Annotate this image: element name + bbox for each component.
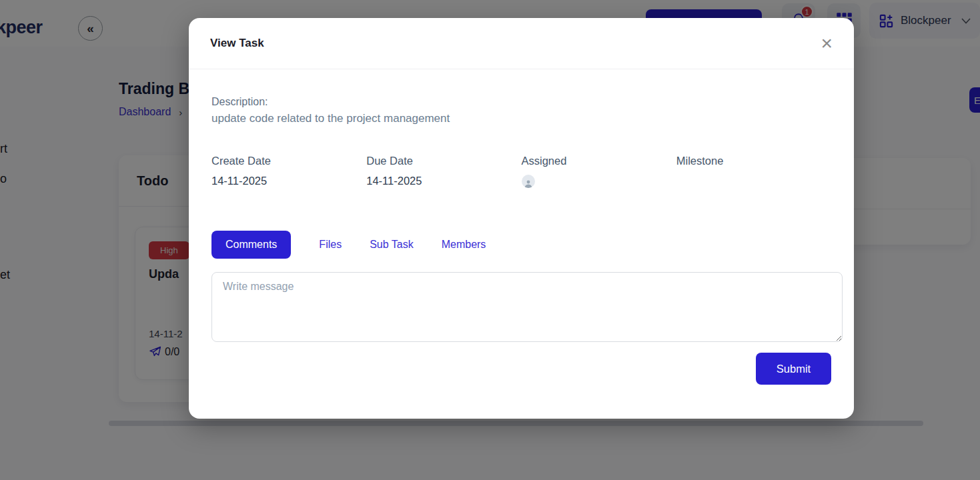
comment-message-input[interactable] (211, 272, 843, 342)
meta-assigned: Assigned (522, 155, 676, 188)
create-date-label: Create Date (211, 155, 366, 167)
create-date-value: 14-11-2025 (211, 175, 366, 188)
tab-files[interactable]: Files (319, 239, 342, 251)
person-icon (524, 179, 533, 188)
modal-header: View Task × (189, 18, 854, 69)
meta-milestone: Milestone (676, 155, 831, 188)
assigned-value (522, 175, 676, 188)
meta-due-date: Due Date 14-11-2025 (366, 155, 521, 188)
close-icon[interactable]: × (821, 37, 833, 50)
modal-tabs: Comments Files Sub Task Members (211, 231, 831, 259)
due-date-label: Due Date (366, 155, 521, 167)
modal-body: Description: update code related to the … (189, 69, 854, 385)
description-label: Description: (211, 96, 831, 108)
task-meta-row: Create Date 14-11-2025 Due Date 14-11-20… (211, 155, 831, 188)
tab-comments[interactable]: Comments (211, 231, 291, 259)
milestone-value (676, 175, 831, 188)
modal-title: View Task (210, 37, 264, 50)
view-task-modal: View Task × Description: update code rel… (189, 18, 854, 419)
tab-sub-task[interactable]: Sub Task (370, 239, 414, 251)
submit-button[interactable]: Submit (756, 353, 831, 385)
tab-members[interactable]: Members (442, 239, 486, 251)
meta-create-date: Create Date 14-11-2025 (211, 155, 366, 188)
due-date-value: 14-11-2025 (366, 175, 521, 188)
description-value: update code related to the project manag… (211, 112, 831, 125)
milestone-label: Milestone (676, 155, 831, 167)
assigned-label: Assigned (522, 155, 676, 167)
assignee-avatar (522, 175, 535, 188)
submit-row: Submit (211, 353, 831, 385)
